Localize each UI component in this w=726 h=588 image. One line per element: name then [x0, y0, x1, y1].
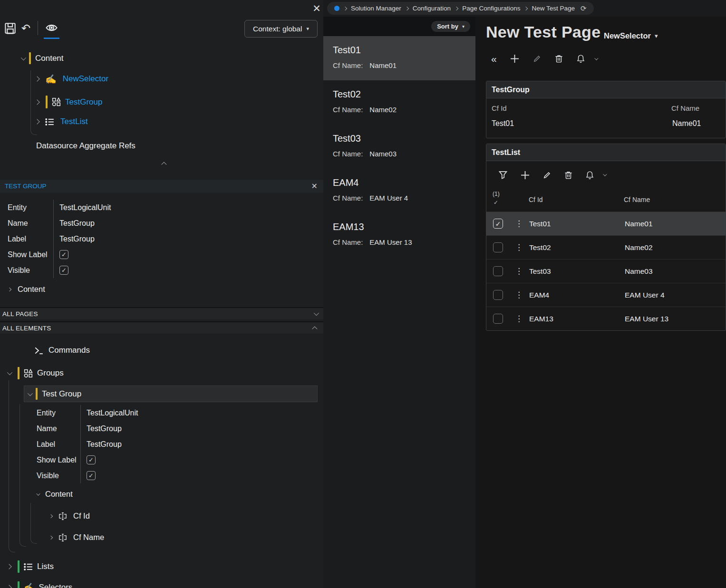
tree-node-test-group[interactable]: Test Group [24, 386, 318, 402]
tree-node-label: Content [18, 285, 45, 294]
context-dropdown[interactable]: Context: global ▾ [244, 20, 318, 38]
all-elements-section-header[interactable]: ALL ELEMENTS [0, 321, 323, 334]
row-checkbox[interactable]: ✓ [493, 290, 503, 300]
tree-node-lists[interactable]: Lists [7, 560, 54, 573]
row-checkbox[interactable]: ✓ [493, 266, 503, 276]
chevron-down-icon[interactable] [7, 370, 12, 375]
test-group-panel-header: TEST GROUP ✕ [0, 180, 323, 193]
tree-node-cf-name[interactable]: Cf Name [49, 533, 104, 542]
chevron-down-icon[interactable] [603, 172, 607, 176]
bell-icon[interactable] [576, 54, 585, 63]
save-icon[interactable] [4, 22, 16, 34]
close-icon[interactable]: ✕ [311, 182, 318, 191]
tree-node-commands[interactable]: Commands [34, 346, 90, 355]
kebab-menu-icon[interactable]: ⋮ [515, 314, 523, 324]
breadcrumb-item[interactable]: New Test Page [532, 5, 575, 12]
visible-checkbox[interactable]: ✓ [87, 471, 96, 480]
item-id: Test01 [333, 45, 361, 56]
list-item[interactable]: Test03 Cf Name:Name03 [323, 125, 475, 169]
sort-by-dropdown[interactable]: Sort by ▾ [431, 21, 470, 32]
caret-down-icon: ▾ [655, 32, 658, 39]
prop-label: Show Label [29, 452, 81, 468]
tree-node-groups[interactable]: Groups [7, 367, 64, 379]
table-row[interactable]: ✓ ⋮ Test01 Name01 [486, 212, 726, 235]
tree-node-content[interactable]: Content [21, 52, 64, 64]
close-icon[interactable]: ✕ [309, 1, 323, 16]
kebab-menu-icon[interactable]: ⋮ [515, 290, 523, 300]
edit-pencil-icon[interactable] [532, 54, 542, 63]
card-title: TestList [492, 148, 520, 157]
breadcrumb-item[interactable]: Page Configurations [462, 5, 520, 12]
cf-id-cell: Test02 [529, 243, 551, 252]
list-item[interactable]: Test01 Cf Name:Name01 [323, 36, 475, 80]
list-item[interactable]: EAM13 Cf Name:EAM User 13 [323, 213, 475, 257]
page-selector-dropdown[interactable]: NewSelector ▾ [604, 31, 658, 40]
editor-toolbar: ↶ [4, 21, 58, 35]
kebab-menu-icon[interactable]: ⋮ [515, 219, 523, 229]
chevron-down-icon[interactable] [28, 390, 33, 395]
kebab-menu-icon[interactable]: ⋮ [515, 242, 523, 252]
table-row[interactable]: ✓ ⋮ EAM4 EAM User 4 [486, 283, 726, 307]
add-icon[interactable] [510, 54, 520, 64]
collapse-chevron-up-icon[interactable] [161, 162, 166, 167]
chevron-down-icon[interactable] [594, 56, 598, 60]
list-item[interactable]: EAM4 Cf Name:EAM User 4 [323, 169, 475, 213]
list-item[interactable]: Test02 Cf Name:Name02 [323, 80, 475, 125]
accent-bar [18, 581, 19, 588]
breadcrumb-item[interactable]: Solution Manager [351, 5, 401, 12]
show-label-checkbox[interactable]: ✓ [59, 250, 68, 259]
preview-eye-icon[interactable] [45, 21, 58, 35]
chevron-right-icon[interactable] [34, 99, 39, 105]
chevron-right-icon[interactable] [34, 76, 39, 81]
page-selector-label: NewSelector [604, 31, 651, 40]
table-row[interactable]: ✓ ⋮ Test03 Name03 [486, 259, 726, 283]
item-cf-name: EAM User 4 [369, 194, 408, 202]
kebab-menu-icon[interactable]: ⋮ [515, 266, 523, 276]
prop-label: Entity [0, 200, 54, 215]
breadcrumb: Solution Manager Configuration Page Conf… [327, 2, 594, 15]
refresh-icon[interactable]: ⟳ [581, 4, 587, 13]
column-header[interactable]: Cf Name [624, 196, 650, 203]
tree-node-selectors[interactable]: ✍ Selectors [7, 581, 72, 588]
delete-trash-icon[interactable] [554, 54, 563, 63]
visible-checkbox[interactable]: ✓ [59, 266, 68, 275]
cf-name-cell: EAM User 4 [625, 291, 665, 299]
chevron-right-icon[interactable] [49, 514, 53, 518]
chevron-right-icon[interactable] [34, 119, 39, 124]
tree-node-cf-id[interactable]: Cf Id [49, 511, 90, 521]
filter-icon[interactable] [498, 170, 508, 180]
chevron-right-icon [524, 6, 528, 10]
datasource-aggregate-refs-label[interactable]: Datasource Aggregate Refs [36, 141, 136, 151]
tree-node-content-nested[interactable]: Content [36, 490, 73, 499]
status-dot-icon [334, 6, 339, 11]
tree-node-testlist[interactable]: TestList [35, 117, 88, 126]
chevron-right-icon[interactable] [49, 535, 53, 539]
chevron-right-icon[interactable] [8, 287, 11, 291]
tree-node-newselector[interactable]: ✍ NewSelector [35, 74, 108, 84]
column-header[interactable]: Cf Id [529, 196, 543, 203]
undo-icon[interactable]: ↶ [21, 24, 30, 32]
table-row[interactable]: ✓ ⋮ Test02 Name02 [486, 235, 726, 259]
section-title: ALL ELEMENTS [2, 325, 51, 332]
collapse-left-icon[interactable]: « [491, 54, 497, 64]
testlist-toolbar [486, 161, 726, 189]
chevron-down-icon[interactable] [36, 492, 40, 495]
row-checkbox[interactable]: ✓ [493, 242, 503, 252]
chevron-down-icon[interactable] [21, 55, 26, 60]
add-icon[interactable] [520, 170, 530, 180]
panel-title: TEST GROUP [5, 183, 47, 190]
show-label-checkbox[interactable]: ✓ [87, 455, 96, 464]
all-pages-section-header[interactable]: ALL PAGES [0, 307, 323, 319]
table-row[interactable]: ✓ ⋮ EAM13 EAM User 13 [486, 307, 726, 330]
delete-trash-icon[interactable] [564, 171, 573, 180]
row-checkbox[interactable]: ✓ [493, 219, 503, 229]
chevron-right-icon[interactable] [6, 585, 11, 588]
tree-node-testgroup[interactable]: TestGroup [35, 96, 102, 108]
breadcrumb-item[interactable]: Configuration [413, 5, 451, 12]
edit-pencil-icon[interactable] [542, 171, 552, 180]
test-group-content-node[interactable]: Content [8, 285, 45, 294]
bell-icon[interactable] [585, 171, 594, 180]
tree-node-label: Content [45, 490, 73, 499]
row-checkbox[interactable]: ✓ [493, 314, 503, 324]
chevron-right-icon[interactable] [6, 564, 11, 569]
